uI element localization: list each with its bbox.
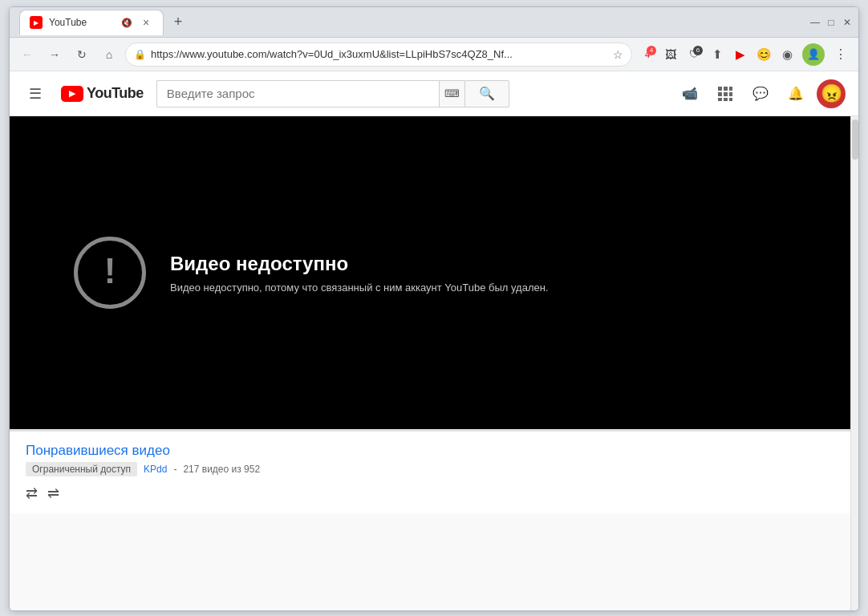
lock-icon: 🔒: [134, 49, 146, 60]
youtube-menu-button[interactable]: ☰: [22, 79, 48, 109]
access-tag: Ограниченный доступ: [26, 462, 137, 476]
shuffle-button[interactable]: ⇌: [47, 484, 59, 502]
forward-button[interactable]: →: [43, 43, 66, 66]
youtube-logo[interactable]: YouTube: [61, 85, 144, 102]
tab-favicon: [30, 16, 43, 29]
bookmark-icon[interactable]: ☆: [613, 48, 623, 61]
avatar-image: 😠: [821, 85, 842, 103]
reload-button[interactable]: ↻: [71, 43, 93, 66]
ext-badge-3: 6: [693, 46, 703, 55]
video-unavailable-message: ! Видео недоступно Видео недоступно, пот…: [74, 237, 549, 309]
video-info: Понравившиеся видео Ограниченный доступ …: [10, 429, 850, 513]
tab-title: YouTube: [49, 17, 112, 28]
extension-4[interactable]: ⬆: [707, 44, 728, 65]
youtube-logo-text: YouTube: [87, 85, 144, 102]
keyboard-icon[interactable]: ⌨: [439, 80, 464, 107]
search-button[interactable]: 🔍: [464, 80, 509, 107]
profile-button[interactable]: 👤: [802, 43, 825, 66]
playlist-actions: ⇄ ⇌: [26, 484, 834, 502]
browser-tab[interactable]: YouTube 🔇 ×: [19, 10, 164, 35]
minimize-button[interactable]: —: [810, 18, 820, 27]
new-tab-button[interactable]: +: [167, 11, 189, 34]
exclamation-icon: !: [104, 253, 116, 289]
playlist-author[interactable]: KPdd: [144, 464, 167, 475]
extension-1[interactable]: 4 4: [637, 44, 658, 65]
tab-close-button[interactable]: ×: [139, 15, 153, 30]
svg-rect-1: [724, 87, 728, 91]
svg-rect-0: [718, 87, 722, 91]
title-bar: YouTube 🔇 × + — □ ✕: [10, 7, 858, 38]
svg-rect-3: [718, 92, 722, 96]
scrollbar[interactable]: [850, 116, 858, 610]
playlist-count: 217 видео из 952: [183, 464, 260, 475]
youtube-header-right: 📹 💬 🔔 😠: [675, 79, 846, 108]
apps-button[interactable]: [711, 79, 740, 108]
extension-5[interactable]: ▶: [730, 44, 751, 65]
svg-rect-2: [729, 87, 732, 91]
unavailable-subtitle: Видео недоступно, потому что связанный с…: [170, 282, 549, 294]
close-button[interactable]: ✕: [842, 18, 852, 27]
upload-video-button[interactable]: 📹: [675, 79, 704, 108]
extension-7[interactable]: ◉: [777, 44, 797, 65]
address-input[interactable]: 🔒 https://www.youtube.com/watch?v=0Ud_ix…: [125, 43, 632, 67]
browser-menu-button[interactable]: ⋮: [829, 43, 852, 66]
browser-window: YouTube 🔇 × + — □ ✕ ← → ↻ ⌂ 🔒 https://ww…: [9, 6, 859, 611]
svg-rect-8: [729, 98, 732, 101]
tab-audio-icon: 🔇: [121, 18, 132, 28]
chat-button[interactable]: 💬: [746, 79, 775, 108]
youtube-logo-icon: [61, 86, 83, 102]
loop-button[interactable]: ⇄: [26, 484, 38, 502]
window-controls: — □ ✕: [810, 18, 852, 27]
user-avatar[interactable]: 😠: [817, 79, 846, 108]
unavailable-icon: !: [74, 237, 146, 309]
youtube-header: ☰ YouTube ⌨ 🔍 📹: [10, 71, 858, 116]
video-player[interactable]: ! Видео недоступно Видео недоступно, пот…: [10, 116, 850, 429]
extensions-area: 4 4 🖼 🛡 6 ⬆ ▶ 😊 ◉: [637, 44, 797, 65]
svg-rect-5: [729, 92, 732, 96]
svg-rect-6: [718, 98, 722, 101]
ext-badge-1: 4: [647, 46, 656, 55]
extension-2[interactable]: 🖼: [660, 44, 681, 65]
profile-icon: 👤: [807, 48, 820, 60]
unavailable-text: Видео недоступно Видео недоступно, потом…: [170, 253, 549, 294]
svg-rect-4: [724, 92, 728, 96]
address-bar: ← → ↻ ⌂ 🔒 https://www.youtube.com/watch?…: [10, 38, 858, 71]
search-input[interactable]: [156, 80, 439, 107]
svg-rect-7: [724, 98, 728, 101]
video-section: ! Видео недоступно Видео недоступно, пот…: [10, 116, 850, 610]
scrollbar-thumb[interactable]: [852, 120, 858, 160]
playlist-meta: Ограниченный доступ KPdd - 217 видео из …: [26, 462, 834, 476]
back-button[interactable]: ←: [16, 43, 39, 66]
youtube-search: ⌨ 🔍: [156, 80, 509, 107]
home-button[interactable]: ⌂: [98, 43, 120, 66]
playlist-separator: -: [173, 464, 176, 475]
playlist-title[interactable]: Понравившиеся видео: [26, 443, 834, 459]
maximize-button[interactable]: □: [826, 18, 836, 27]
extension-6[interactable]: 😊: [753, 44, 774, 65]
extension-3[interactable]: 🛡 6: [683, 44, 704, 65]
unavailable-title: Видео недоступно: [170, 253, 549, 275]
notifications-button[interactable]: 🔔: [781, 79, 810, 108]
url-text: https://www.youtube.com/watch?v=0Ud_ix3u…: [151, 48, 608, 60]
youtube-main: ! Видео недоступно Видео недоступно, пот…: [10, 116, 858, 610]
